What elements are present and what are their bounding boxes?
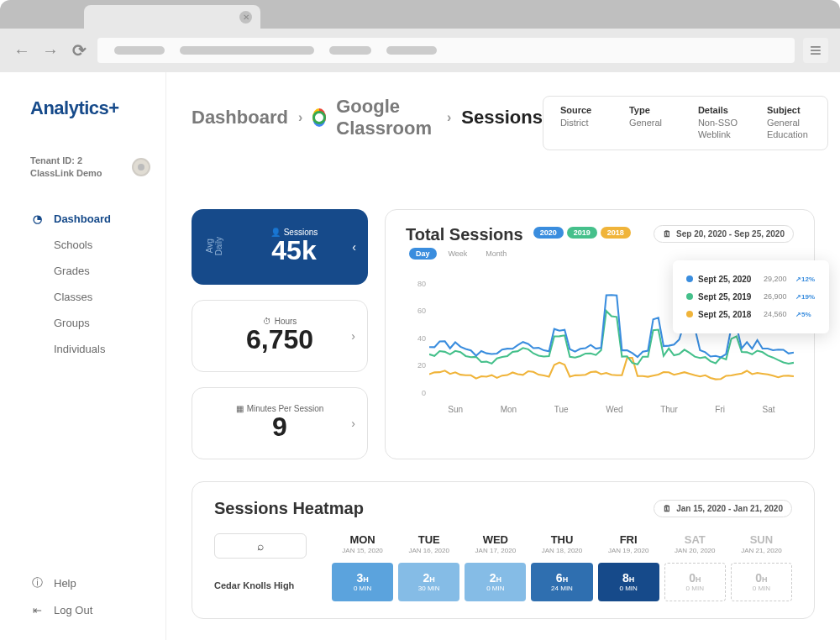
menu-icon[interactable]: ≡: [803, 38, 828, 63]
x-tick: Wed: [606, 405, 622, 414]
meta-label: Subject: [767, 105, 811, 115]
day-date: JAN 16, 2020: [398, 547, 459, 554]
crumb-app[interactable]: Google Classroom: [336, 96, 437, 139]
heatmap-cell[interactable]: 0H 0 MIN: [731, 563, 792, 601]
day-date: JAN 20, 2020: [664, 547, 726, 554]
heatmap-hours: 2H: [490, 571, 501, 585]
meta-label: Source: [560, 105, 604, 115]
sidebar-item-groups[interactable]: Groups: [30, 310, 165, 336]
heatmap-day-sun: SUN JAN 21, 2020 0H 0 MIN: [731, 533, 792, 601]
heatmap-day-tue: TUE JAN 16, 2020 2H 30 MIN: [398, 533, 459, 601]
day-date: JAN 15, 2020: [332, 547, 393, 554]
day-name: MON: [332, 533, 393, 546]
tooltip-date: Sept 25, 2018: [698, 310, 759, 319]
meta-value: General Education: [767, 117, 811, 141]
sidebar-item-grades[interactable]: Grades: [30, 258, 165, 284]
forward-icon[interactable]: →: [40, 40, 60, 60]
heatmap-day-thu: THU JAN 18, 2020 6H 24 MIN: [531, 533, 592, 601]
sidebar-item-individuals[interactable]: Individuals: [30, 336, 165, 362]
year-pill-2018[interactable]: 2018: [601, 227, 631, 239]
heatmap-hours: 2H: [423, 571, 435, 585]
close-icon[interactable]: ✕: [239, 11, 252, 24]
date-range-label: Sep 20, 2020 - Sep 25, 2020: [676, 229, 785, 239]
stopwatch-icon: ▦: [236, 404, 244, 413]
heatmap-cell[interactable]: 0H 0 MIN: [664, 563, 726, 601]
date-range-picker[interactable]: 🗓 Sep 20, 2020 - Sep 25, 2020: [654, 225, 794, 243]
day-date: JAN 18, 2020: [531, 547, 592, 554]
nav-label: Grades: [54, 265, 90, 277]
stat-card-mps[interactable]: ▦Minutes Per Session 9 ›: [192, 387, 368, 459]
meta-value: Non-SSO Weblink: [698, 117, 742, 141]
info-icon: ⓘ: [30, 575, 44, 590]
address-bar[interactable]: [97, 38, 795, 63]
heatmap-cell[interactable]: 2H 0 MIN: [465, 563, 526, 601]
stat-card-sessions[interactable]: Avg Daily 👤Sessions 45k ‹: [192, 209, 368, 285]
heatmap-date-label: Jan 15, 2020 - Jan 21, 2020: [676, 504, 783, 513]
nav-label: Help: [54, 577, 76, 590]
tooltip-row: Sept 25, 201926,900↗19%: [686, 288, 816, 306]
heatmap-cell[interactable]: 2H 30 MIN: [398, 563, 459, 601]
heatmap-day-mon: MON JAN 15, 2020 3H 0 MIN: [332, 533, 393, 601]
series-dot-icon: [686, 275, 693, 282]
chevron-left-icon[interactable]: ‹: [352, 240, 356, 254]
gran-month[interactable]: Month: [479, 248, 513, 260]
chevron-right-icon[interactable]: ›: [351, 329, 355, 343]
x-axis: SunMonTueWedThurFriSat: [429, 405, 794, 414]
browser-tab[interactable]: ✕: [84, 5, 260, 29]
day-name: THU: [531, 533, 592, 546]
year-pill-2019[interactable]: 2019: [567, 227, 597, 239]
sidebar-item-dashboard[interactable]: ◔Dashboard: [30, 206, 165, 232]
nav-label: Schools: [54, 239, 92, 251]
heatmap-date-range[interactable]: 🗓 Jan 15, 2020 - Jan 21, 2020: [654, 500, 792, 517]
sidebar-item-help[interactable]: ⓘHelp: [30, 569, 165, 597]
back-icon[interactable]: ←: [12, 40, 32, 60]
y-tick: 20: [406, 361, 426, 370]
meta-details: DetailsNon-SSO Weblink: [698, 105, 742, 141]
avatar[interactable]: [132, 158, 150, 176]
stat-sessions-value: 45k: [234, 235, 354, 266]
sidebar-item-logout[interactable]: ⇤Log Out: [30, 597, 165, 623]
heatmap-min: 0 MIN: [619, 585, 637, 592]
stat-mps-value: 9: [206, 412, 354, 443]
meta-type: TypeGeneral: [629, 105, 673, 141]
crumb-current: Sessions: [461, 107, 543, 129]
heatmap-hours: 6H: [556, 571, 568, 585]
x-tick: Tue: [554, 405, 569, 414]
x-tick: Fri: [715, 405, 725, 414]
meta-subject: SubjectGeneral Education: [767, 105, 811, 141]
sidebar-item-schools[interactable]: Schools: [30, 232, 165, 258]
tooltip-row: Sept 25, 202029,200↗12%: [686, 270, 816, 288]
sidebar-item-classes[interactable]: Classes: [30, 284, 165, 310]
nav-label: Individuals: [54, 343, 105, 355]
chart-tooltip: Sept 25, 202029,200↗12%Sept 25, 201926,9…: [673, 260, 829, 333]
crumb-dashboard[interactable]: Dashboard: [192, 107, 288, 129]
gran-week[interactable]: Week: [442, 248, 475, 260]
heatmap-cell[interactable]: 3H 0 MIN: [332, 563, 393, 601]
chevron-right-icon: ›: [298, 110, 302, 125]
day-date: JAN 21, 2020: [731, 547, 792, 554]
nav-label: Classes: [54, 291, 92, 303]
heatmap-cell[interactable]: 6H 24 MIN: [531, 563, 592, 601]
heatmap-hours: 0H: [755, 571, 767, 585]
main-content: Dashboard › Google Classroom › Sessions …: [166, 72, 840, 640]
tooltip-delta: ↗12%: [795, 275, 815, 283]
stat-card-hours[interactable]: ⏱Hours 6,750 ›: [192, 300, 368, 372]
tooltip-value: 24,560: [764, 310, 790, 318]
heatmap-school: Cedar Knolls High: [214, 580, 332, 590]
nav-label: Log Out: [54, 604, 92, 616]
heatmap-search[interactable]: ⌕: [214, 533, 307, 559]
heatmap-cell[interactable]: 8H 0 MIN: [598, 563, 659, 601]
y-tick: 60: [406, 307, 426, 315]
search-icon: ⌕: [257, 539, 264, 553]
reload-icon[interactable]: ⟳: [69, 40, 89, 60]
breadcrumb: Dashboard › Google Classroom › Sessions: [192, 96, 543, 139]
chevron-right-icon[interactable]: ›: [351, 417, 355, 430]
gran-day[interactable]: Day: [409, 248, 437, 260]
day-name: SAT: [664, 533, 726, 546]
y-tick: 40: [406, 334, 426, 343]
tooltip-date: Sept 25, 2019: [698, 292, 759, 302]
granularity-tabs: DayWeekMonth: [409, 248, 523, 260]
tooltip-delta: ↗19%: [795, 293, 815, 301]
heatmap-hours: 8H: [622, 571, 634, 585]
year-pill-2020[interactable]: 2020: [533, 227, 564, 239]
